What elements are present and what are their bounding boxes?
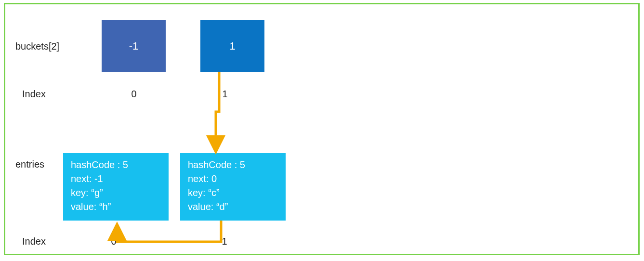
index-bottom-label: Index bbox=[22, 236, 46, 247]
bucket-index-1: 1 bbox=[222, 89, 228, 100]
entries-label: entries bbox=[15, 159, 44, 170]
entry1-key: key: “c” bbox=[188, 186, 278, 200]
bucket-box-0: -1 bbox=[102, 20, 166, 72]
entry0-value: value: “h” bbox=[71, 200, 161, 214]
entry-box-0: hashCode : 5 next: -1 key: “g” value: “h… bbox=[63, 153, 169, 221]
entry0-next: next: -1 bbox=[71, 172, 161, 186]
bucket-value-1: 1 bbox=[229, 40, 235, 52]
entry1-next: next: 0 bbox=[188, 172, 278, 186]
bucket-index-0: 0 bbox=[131, 89, 137, 100]
bucket-box-1: 1 bbox=[200, 20, 264, 72]
index-top-label: Index bbox=[22, 89, 46, 100]
entry-index-0: 0 bbox=[110, 236, 117, 247]
bucket-value-0: -1 bbox=[129, 40, 139, 52]
entry-index-1: 1 bbox=[221, 236, 228, 247]
entry1-hashcode: hashCode : 5 bbox=[188, 158, 278, 172]
entry0-key: key: “g” bbox=[71, 186, 161, 200]
entry-box-1: hashCode : 5 next: 0 key: “c” value: “d” bbox=[180, 153, 286, 221]
entry1-value: value: “d” bbox=[188, 200, 278, 214]
buckets-label: buckets[2] bbox=[15, 41, 59, 52]
diagram-canvas: buckets[2] Index entries Index -1 1 0 1 … bbox=[0, 0, 644, 261]
entry0-hashcode: hashCode : 5 bbox=[71, 158, 161, 172]
